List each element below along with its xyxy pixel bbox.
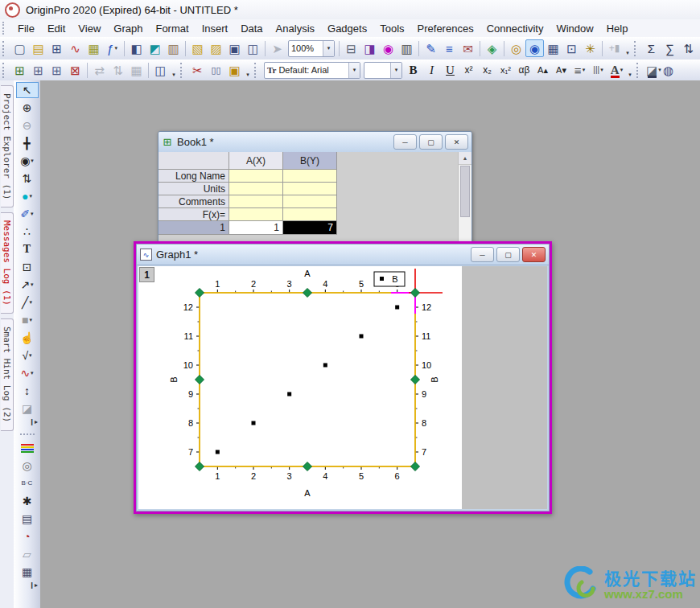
line-tool-dropdown-arrow[interactable]: ▾ [29, 299, 32, 306]
menu-file[interactable]: File [11, 21, 41, 36]
column-header[interactable]: A(X) [229, 152, 283, 170]
fill-color-dropdown-arrow[interactable]: ▾ [658, 67, 661, 73]
new-matrix-button[interactable]: ▦ [84, 39, 103, 57]
restore-button[interactable]: ▢ [419, 134, 443, 150]
copy-button[interactable]: ▯▯ [207, 61, 225, 79]
data-cell[interactable]: 7 [283, 221, 337, 235]
selection-handle[interactable] [196, 462, 204, 471]
toolbar-grip[interactable] [180, 63, 185, 78]
toolbar-grip[interactable] [634, 41, 639, 56]
new-workbook-button[interactable]: ⊞ [47, 39, 66, 57]
font-color-dropdown-arrow[interactable]: ▾ [620, 67, 624, 73]
label-cell[interactable] [229, 195, 283, 208]
fill-color-button[interactable]: ◪▾ [644, 61, 663, 79]
toolbar-grip[interactable] [20, 433, 35, 438]
date-time-stamp-button[interactable]: ◔ [16, 528, 39, 544]
save-template-button[interactable]: ◫ [244, 39, 262, 57]
cluster-button[interactable]: ∴ [16, 224, 39, 240]
font-color-button[interactable]: A▾ [607, 61, 626, 79]
selection-handle[interactable] [411, 462, 420, 471]
annotation-button[interactable]: ⊡ [16, 259, 39, 275]
line-tool-button[interactable]: ╱▾ [16, 294, 39, 310]
dock-tab-messages-log-1[interactable]: Messages Log (1) [1, 212, 14, 314]
data-selector-button[interactable]: ⇅ [16, 170, 39, 187]
font-face-dropdown-arrow[interactable]: ▾ [348, 63, 360, 78]
bold-button[interactable]: B [404, 61, 422, 79]
zoom-out-button[interactable]: ⊖ [16, 117, 39, 134]
zoom-all-button[interactable]: ◉ [525, 39, 544, 57]
zoom-level-dropdown-arrow[interactable]: ▾ [323, 41, 334, 56]
toolbar-expand-button[interactable]: ❙▸ [14, 580, 40, 589]
zoom-in-button[interactable]: ⊕ [16, 100, 39, 116]
selection-on-active-plot-button[interactable]: ●▾ [16, 188, 39, 204]
graph1-titlebar[interactable]: ∿ Graph1 * ─▢✕ [137, 244, 549, 265]
row-index[interactable]: 1 [159, 221, 229, 235]
menu-gadgets[interactable]: Gadgets [321, 21, 373, 36]
paste-button[interactable]: ▣ [225, 61, 244, 79]
data-point[interactable] [360, 335, 364, 339]
menu-tools[interactable]: Tools [373, 21, 410, 36]
globe-button[interactable]: ◍ [663, 61, 674, 79]
decrease-font-button[interactable]: A▾ [552, 61, 570, 79]
new-from-template-button[interactable]: ▥ [164, 39, 183, 57]
subscript-button[interactable]: x₂ [478, 61, 496, 79]
selection-handle[interactable] [411, 376, 420, 384]
toolbar-overflow-button[interactable]: ▾ [624, 39, 632, 58]
sort-button[interactable]: ⇅ [679, 39, 698, 57]
alignment-dropdown-arrow[interactable]: ▾ [583, 67, 586, 73]
label-cell[interactable] [229, 183, 283, 195]
graph1-window[interactable]: ∿ Graph1 * ─▢✕ 1 11223344556677889910101… [134, 241, 552, 514]
minimize-button[interactable]: ─ [393, 134, 417, 150]
view-mode-button[interactable]: ▦ [544, 39, 562, 57]
font-size-combo[interactable]: ▾ [364, 62, 402, 79]
selection-handle[interactable] [303, 289, 312, 298]
minimize-button[interactable]: ─ [471, 247, 494, 262]
open-template-button[interactable]: ▨ [207, 39, 225, 57]
label-cell[interactable] [283, 195, 337, 208]
data-reader-button[interactable]: ◉▾ [16, 153, 39, 169]
worksheet-vertical-scrollbar[interactable]: ▲ [458, 152, 471, 242]
line-spacing-button[interactable]: |||▾ [589, 61, 607, 79]
data-point[interactable] [323, 364, 327, 368]
dock-tab-smart-hint-log-2[interactable]: Smart Hint Log (2) [1, 318, 14, 430]
data-point[interactable] [216, 450, 220, 454]
clear-column-button[interactable]: ⊠ [66, 61, 84, 79]
line-color-list-button[interactable] [16, 440, 39, 456]
rectangle-tool-dropdown-arrow[interactable]: ▾ [29, 317, 32, 323]
increase-font-button[interactable]: A▴ [533, 61, 552, 79]
statistics-on-columns-button[interactable]: Σ [642, 39, 661, 57]
alignment-button[interactable]: ≡▾ [570, 61, 589, 79]
underline-button[interactable]: U [441, 61, 459, 79]
edit-page-button[interactable]: ✎ [422, 39, 440, 57]
subsuperscript-button[interactable]: x₁² [496, 61, 515, 79]
label-cell[interactable] [229, 208, 283, 221]
menu-data[interactable]: Data [234, 21, 269, 36]
toolbar-grip[interactable] [254, 63, 259, 78]
layer-management-button[interactable]: ◪ [16, 401, 39, 417]
selection-handle[interactable] [411, 289, 420, 298]
arrow-tool-dropdown-arrow[interactable]: ▾ [31, 281, 34, 288]
toolbar-overflow-button[interactable]: ▾ [244, 60, 252, 80]
text-tool-button[interactable]: T [16, 241, 39, 257]
data-reader-dropdown-arrow[interactable]: ▾ [31, 158, 34, 164]
slide-show-button[interactable]: ◨ [360, 39, 379, 57]
data-point[interactable] [287, 392, 291, 396]
open-button[interactable]: ▧ [188, 39, 207, 57]
book1-titlebar[interactable]: ⊞ Book1 * ─▢✕ [159, 132, 471, 153]
graph-canvas[interactable]: 112233445566778899101011111212AABBB [142, 268, 460, 509]
superscript-button[interactable]: x² [459, 61, 478, 79]
options-button[interactable]: ✳ [581, 39, 599, 57]
insert-graph-button[interactable]: ∿▾ [16, 365, 39, 381]
italic-button[interactable]: I [422, 61, 441, 79]
menu-graph[interactable]: Graph [107, 21, 149, 36]
zoom-level-combo[interactable]: 100%▾ [288, 40, 335, 57]
film-strip-button[interactable]: ▥ [397, 39, 416, 57]
arrange-layers-button[interactable]: ≡ [440, 39, 459, 57]
line-spacing-dropdown-arrow[interactable]: ▾ [600, 67, 603, 73]
sum-button[interactable]: ∑ [661, 39, 679, 57]
column-header[interactable]: B(Y) [283, 152, 337, 170]
menu-insert[interactable]: Insert [196, 21, 235, 36]
fill-row-numbers-button[interactable]: ⊞ [29, 61, 47, 79]
move-column-button[interactable]: ⇄ [90, 61, 109, 79]
font-face-combo[interactable]: TrDefault: Arial▾ [264, 62, 360, 79]
